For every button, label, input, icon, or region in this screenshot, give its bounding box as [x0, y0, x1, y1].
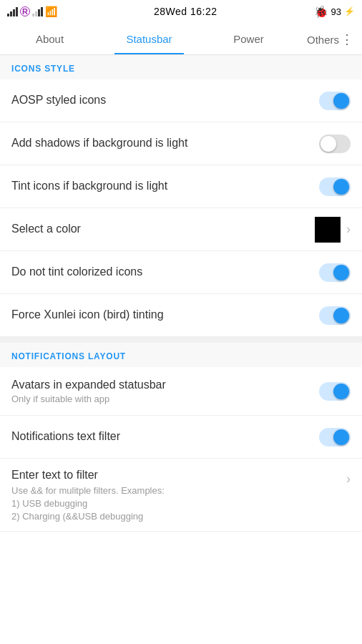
add-shadows-knob [321, 136, 336, 152]
aosp-styled-icons-knob [333, 93, 349, 109]
tab-bar: About Statusbar Power Others ⋮ [0, 23, 362, 55]
force-xunlei-toggle[interactable] [319, 306, 351, 325]
notifications-text-filter-knob [333, 429, 349, 445]
avatars-expanded-label: Avatars in expanded statusbar [11, 378, 308, 393]
status-left-icons: R 📶 [7, 6, 57, 17]
avatars-expanded-toggle[interactable] [319, 382, 351, 401]
select-color-label: Select a color [11, 222, 303, 237]
force-xunlei-knob [333, 308, 349, 323]
row-notifications-text-filter[interactable]: Notifications text filter [0, 416, 362, 459]
icons-style-list: AOSP styled icons Add shadows if backgro… [0, 79, 362, 337]
add-shadows-label: Add shadows if background is light [11, 136, 308, 151]
row-aosp-styled-icons[interactable]: AOSP styled icons [0, 79, 362, 122]
tint-icons-toggle[interactable] [319, 177, 351, 196]
avatars-expanded-sublabel: Only if suitable with app [11, 394, 308, 404]
do-not-tint-toggle[interactable] [319, 263, 351, 282]
section-header-icons-style: ICONS STYLE [0, 55, 362, 79]
row-add-shadows[interactable]: Add shadows if background is light [0, 122, 362, 165]
tab-about[interactable]: About [0, 23, 99, 54]
battery-bolt-icon: ⚡ [344, 6, 355, 16]
more-dots-icon: ⋮ [341, 33, 353, 46]
enter-text-filter-chevron-icon: › [346, 472, 351, 487]
status-datetime: 28Wed 16:22 [154, 6, 217, 17]
row-do-not-tint[interactable]: Do not tint colorized icons [0, 251, 362, 294]
section-header-notifications-layout: NOTIFICATIONS LAYOUT [0, 343, 362, 367]
force-xunlei-label: Force Xunlei icon (bird) tinting [11, 308, 308, 323]
color-swatch[interactable] [315, 217, 341, 243]
notifications-text-filter-toggle[interactable] [319, 428, 351, 447]
do-not-tint-label: Do not tint colorized icons [11, 265, 308, 280]
tint-icons-label: Tint icons if background is light [11, 179, 308, 194]
avatars-expanded-knob [333, 384, 349, 399]
wifi-icon: 📶 [45, 6, 57, 17]
status-date: 28Wed [154, 6, 187, 17]
tab-others[interactable]: Others ⋮ [298, 23, 362, 54]
notifications-text-filter-label: Notifications text filter [11, 429, 308, 444]
enter-text-filter-title: Enter text to filter [11, 469, 335, 482]
battery-percent: 93 [331, 6, 341, 17]
tint-icons-knob [333, 179, 349, 195]
status-right-icons: 🐞 93 ⚡ [314, 5, 355, 19]
row-tint-icons[interactable]: Tint icons if background is light [0, 165, 362, 208]
row-avatars-expanded[interactable]: Avatars in expanded statusbar Only if su… [0, 367, 362, 416]
tab-statusbar[interactable]: Statusbar [99, 23, 199, 54]
signal-bars-2-icon [32, 6, 43, 16]
r-icon: R [20, 6, 30, 16]
aosp-styled-icons-label: AOSP styled icons [11, 93, 308, 108]
section-gap-1 [0, 337, 362, 343]
aosp-styled-icons-toggle[interactable] [319, 92, 351, 110]
row-force-xunlei[interactable]: Force Xunlei icon (bird) tinting [0, 294, 362, 337]
bug-icon: 🐞 [314, 5, 328, 19]
status-bar: R 📶 28Wed 16:22 🐞 93 ⚡ [0, 0, 362, 23]
do-not-tint-knob [333, 265, 349, 280]
signal-bars-icon [7, 6, 18, 16]
row-enter-text-filter[interactable]: Enter text to filter Use && for mulitple… [0, 459, 362, 532]
status-time: 16:22 [190, 6, 217, 17]
tab-power[interactable]: Power [199, 23, 298, 54]
add-shadows-toggle[interactable] [319, 135, 351, 153]
enter-text-filter-description: Use && for mulitple filters. Examples: 1… [11, 484, 335, 524]
notifications-layout-list: Avatars in expanded statusbar Only if su… [0, 367, 362, 532]
row-select-color[interactable]: Select a color › [0, 208, 362, 251]
chevron-right-icon: › [346, 222, 351, 237]
